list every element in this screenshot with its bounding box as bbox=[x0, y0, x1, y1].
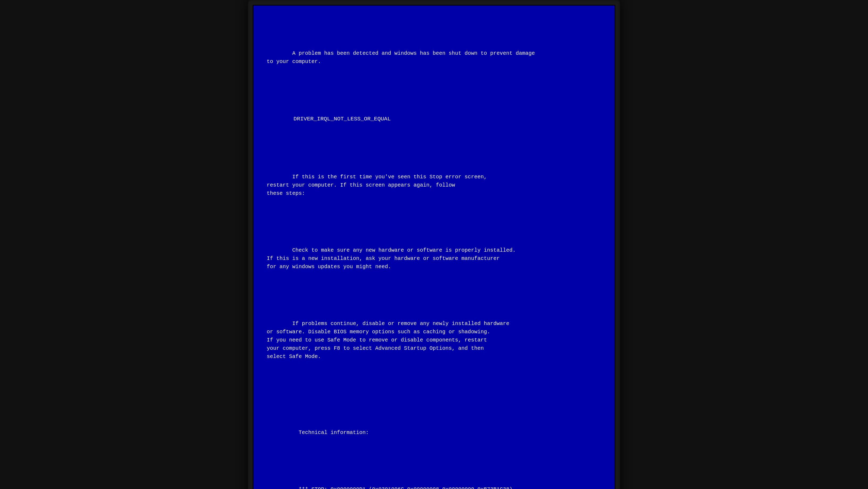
third-paragraph: Check to make sure any new hardware or s… bbox=[267, 238, 601, 279]
fourth-paragraph: If problems continue, disable or remove … bbox=[267, 311, 601, 369]
first-paragraph-text: A problem has been detected and windows … bbox=[267, 50, 535, 65]
bsod-content: A problem has been detected and windows … bbox=[267, 16, 601, 489]
stop-address-text: *** STOP: 0x0000000D1 (0x0301006C,0x0000… bbox=[299, 486, 513, 489]
stop-address-line: *** STOP: 0x0000000D1 (0x0301006C,0x0000… bbox=[267, 477, 601, 489]
stop-code-text: DRIVER_IRQL_NOT_LESS_OR_EQUAL bbox=[293, 116, 391, 122]
fourth-paragraph-text: If problems continue, disable or remove … bbox=[267, 321, 509, 360]
technical-section: Technical information: *** STOP: 0x00000… bbox=[267, 404, 601, 489]
third-paragraph-text: Check to make sure any new hardware or s… bbox=[267, 247, 516, 270]
technical-header: Technical information: bbox=[267, 420, 601, 445]
technical-header-text: Technical information: bbox=[299, 429, 369, 435]
first-paragraph: A problem has been detected and windows … bbox=[267, 41, 601, 74]
bsod-screen: A problem has been detected and windows … bbox=[253, 5, 615, 489]
monitor: A problem has been detected and windows … bbox=[248, 0, 620, 489]
second-paragraph: If this is the first time you've seen th… bbox=[267, 164, 601, 206]
second-paragraph-text: If this is the first time you've seen th… bbox=[267, 174, 487, 196]
stop-code: DRIVER_IRQL_NOT_LESS_OR_EQUAL bbox=[267, 106, 601, 132]
